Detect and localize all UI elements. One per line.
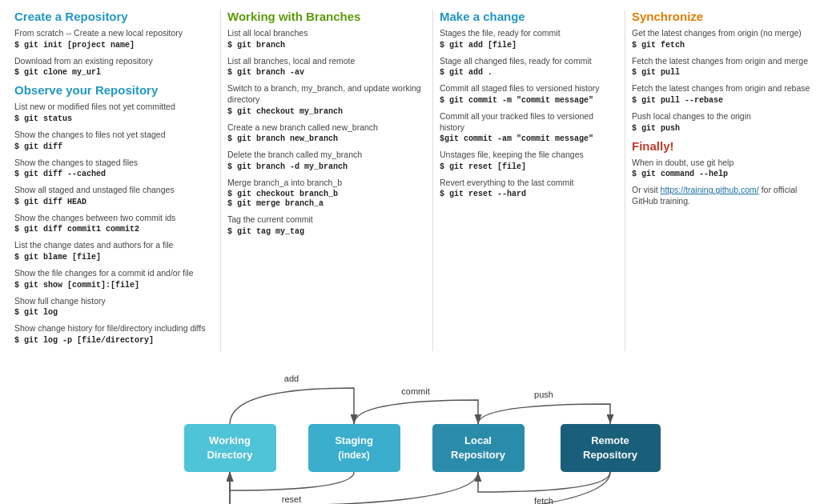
block-desc: Commit all your tracked files to version… [440, 111, 618, 133]
block-code: $ git diff HEAD [14, 198, 214, 206]
block-desc: Fetch the latest changes from origin and… [632, 83, 810, 94]
block: Show all staged and unstaged file change… [14, 185, 214, 206]
block-code: $ git blame [file] [14, 253, 214, 262]
block-code: $ git command --help [632, 170, 810, 178]
block-desc: When in doubt, use git help [632, 158, 810, 169]
block-desc: Fetch the latest changes from origin and… [632, 56, 810, 67]
block-code: $ git status [14, 114, 214, 123]
block: Show change history for file/directory i… [14, 323, 214, 345]
block: List the change dates and authors for a … [14, 240, 214, 262]
remote-label1: Remote [591, 434, 629, 446]
block-desc: Tag the current commit [227, 214, 426, 226]
observe-blocks: List new or modified files not yet commi… [14, 102, 214, 345]
block-desc: Stage all changed files, ready for commi… [440, 56, 618, 67]
block-desc: Stages the file, ready for commit [440, 28, 618, 39]
block-desc: Download from an existing repository [14, 56, 214, 67]
block: Switch to a branch, my_branch, and updat… [227, 83, 426, 115]
col-sync: Synchronize Get the latest changes from … [625, 10, 817, 351]
block: Revert everything to the last commit$ gi… [440, 178, 618, 199]
block-desc: Create a new branch called new_branch [227, 122, 426, 134]
block-code: $ git diff [14, 142, 214, 151]
block-desc: From scratch -- Create a new local repos… [14, 28, 214, 39]
block: Stages the file, ready for commit$ git a… [440, 28, 618, 50]
block: Show full change history$ git log [14, 296, 214, 318]
heading-sync: Synchronize [632, 10, 810, 23]
block-code: $ git log [14, 308, 214, 317]
block-code: $ git tag my_tag [227, 227, 426, 236]
block: Stage all changed files, ready for commi… [440, 56, 618, 78]
arrow-reset [230, 472, 354, 490]
block: Fetch the latest changes from origin and… [632, 83, 810, 105]
block-desc: Delete the branch called my_branch [227, 150, 426, 161]
block-desc: Show the changes to staged files [14, 158, 214, 169]
block-code: $ git checkout branch_b [227, 190, 426, 198]
col-branches: Working with Branches List all local bra… [220, 10, 432, 351]
block: Tag the current commit$ git tag my_tag [227, 214, 426, 236]
block-desc: Show the changes between two commit ids [14, 213, 214, 224]
remote-repo-box [561, 424, 661, 472]
sync-blocks: Get the latest changes from origin (no m… [632, 28, 810, 133]
block-desc: List all local branches [227, 28, 426, 39]
block: Show the file changes for a commit id an… [14, 268, 214, 290]
working-label2: Directory [207, 449, 253, 461]
git-diagram: Working Directory Staging (index) Local … [8, 356, 812, 504]
block-code: $ git log -p [file/directory] [14, 336, 214, 345]
heading-create: Create a Repository [14, 10, 214, 23]
create-blocks: From scratch -- Create a new local repos… [14, 28, 214, 77]
arrow-commit [354, 400, 478, 424]
arrow-fetch [478, 472, 610, 492]
staging-box [308, 424, 400, 472]
block-desc: Show the changes to files not yet staged [14, 130, 214, 141]
block: Push local changes to the origin$ git pu… [632, 111, 810, 133]
label-add: add [284, 374, 299, 383]
heading-finally: Finally! [632, 139, 810, 153]
block-code: $ git branch [227, 41, 426, 50]
heading-observe: Observe your Repository [14, 83, 214, 97]
block: Unstages file, keeping the file changes$… [440, 150, 618, 171]
block-desc: Or visit https://training.github.com/ fo… [632, 185, 810, 206]
github-training-link[interactable]: https://training.github.com/ [661, 185, 759, 194]
block-code: $ git checkout my_branch [227, 107, 426, 116]
block-code: $ git pull --rebase [632, 96, 810, 105]
block-desc: List new or modified files not yet commi… [14, 102, 214, 113]
block-code: $ git diff --cached [14, 170, 214, 178]
block-code: $ git merge branch_a [227, 199, 426, 208]
block-desc: Unstages file, keeping the file changes [440, 150, 618, 161]
block-desc: Show the file changes for a commit id an… [14, 268, 214, 279]
block-desc: Merge branch_a into branch_b [227, 178, 426, 189]
block-desc: Commit all staged files to versioned his… [440, 83, 618, 94]
block: Fetch the latest changes from origin and… [632, 56, 810, 78]
diagram-svg: Working Directory Staging (index) Local … [8, 356, 812, 504]
working-directory-box [184, 424, 276, 472]
block-desc: Switch to a branch, my_branch, and updat… [227, 83, 426, 105]
block-desc: Get the latest changes from origin (no m… [632, 28, 810, 39]
staging-label2: (index) [338, 450, 369, 461]
block: List all local branches$ git branch [227, 28, 426, 50]
block-code: $ git clone my_url [14, 68, 214, 77]
block-desc: Revert everything to the last commit [440, 178, 618, 189]
block-code: $ git show [commit]:[file] [14, 281, 214, 290]
block: Or visit https://training.github.com/ fo… [632, 185, 810, 206]
local-repo-box [432, 424, 525, 472]
block-code: $ git init [project name] [14, 41, 214, 50]
block-code: $ git push [632, 124, 810, 133]
block: Get the latest changes from origin (no m… [632, 28, 810, 50]
block-code: $ git branch new_branch [227, 134, 426, 143]
finally-blocks: When in doubt, use git help$ git command… [632, 158, 810, 207]
col-change: Make a change Stages the file, ready for… [432, 10, 625, 351]
block: Show the changes to staged files$ git di… [14, 158, 214, 179]
block-code: $ git add . [440, 68, 618, 77]
arrow-push [478, 404, 610, 424]
working-label1: Working [209, 434, 251, 446]
block: Commit all staged files to versioned his… [440, 83, 618, 105]
block-code: $ git diff commit1 commit2 [14, 225, 214, 234]
branches-blocks: List all local branches$ git branchList … [227, 28, 426, 236]
arrow-add [230, 388, 354, 424]
block: Merge branch_a into branch_b$ git checko… [227, 178, 426, 209]
block: Show the changes between two commit ids$… [14, 213, 214, 234]
block: From scratch -- Create a new local repos… [14, 28, 214, 50]
block-desc: List the change dates and authors for a … [14, 240, 214, 251]
block: Create a new branch called new_branch$ g… [227, 122, 426, 144]
label-push: push [534, 390, 553, 399]
staging-label1: Staging [335, 434, 373, 446]
